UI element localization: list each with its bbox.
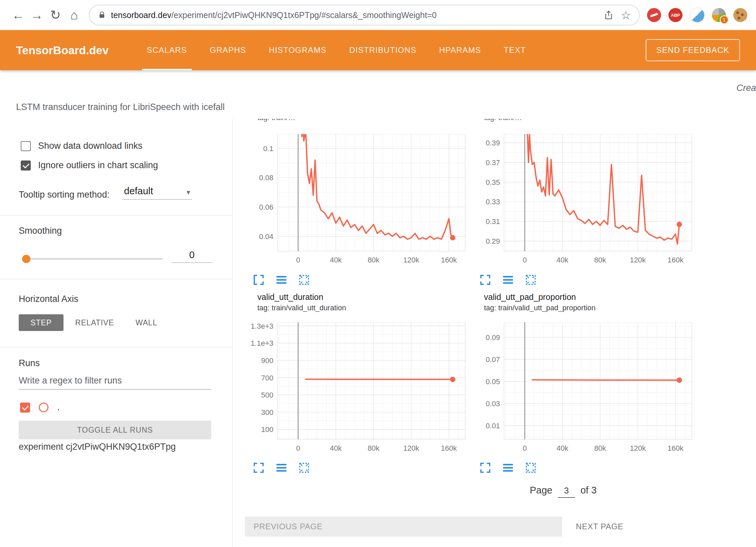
ignore-outliers-label: Ignore outliers in chart scaling bbox=[38, 160, 158, 171]
run-checkbox[interactable] bbox=[20, 403, 30, 413]
svg-text:0.35: 0.35 bbox=[486, 178, 500, 187]
clipped-chart-tag: tag: train/… bbox=[484, 119, 695, 123]
svg-text:1.3e+3: 1.3e+3 bbox=[251, 322, 273, 330]
chart-actions bbox=[478, 268, 695, 281]
smoothing-slider-knob[interactable] bbox=[22, 255, 30, 263]
svg-text:0.31: 0.31 bbox=[486, 217, 500, 226]
chart-tag: tag: train/valid_utt_pad_proportion bbox=[484, 303, 695, 313]
next-page-button[interactable]: NEXT PAGE bbox=[574, 517, 625, 537]
page-of-label: of 3 bbox=[581, 485, 597, 496]
tab-bar: SCALARS GRAPHS HISTOGRAMS DISTRIBUTIONS … bbox=[135, 30, 537, 70]
blue-extension-icon[interactable] bbox=[690, 8, 705, 22]
fit-domain-icon[interactable] bbox=[523, 268, 538, 281]
expand-chart-icon[interactable] bbox=[478, 268, 493, 281]
svg-text:0.1: 0.1 bbox=[263, 144, 273, 153]
fit-domain-icon[interactable] bbox=[297, 456, 311, 469]
tab-histograms[interactable]: HISTOGRAMS bbox=[257, 30, 338, 70]
experiment-id-label: experiment cj2vtPiwQHKN9Q1tx6PTpg bbox=[19, 442, 176, 452]
tooltip-sorting-dropdown[interactable]: default ▼ bbox=[122, 186, 192, 200]
runs-filter-input[interactable] bbox=[19, 375, 211, 390]
svg-text:0.04: 0.04 bbox=[259, 232, 273, 241]
ignore-outliers-row[interactable]: Ignore outliers in chart scaling bbox=[21, 160, 158, 171]
smoothing-label: Smoothing bbox=[19, 226, 62, 236]
axis-relative-button[interactable]: RELATIVE bbox=[70, 314, 119, 331]
svg-text:100: 100 bbox=[261, 425, 273, 434]
svg-text:0.01: 0.01 bbox=[486, 422, 500, 430]
svg-text:0: 0 bbox=[296, 256, 300, 264]
divider bbox=[0, 347, 232, 347]
svg-text:80k: 80k bbox=[594, 444, 606, 452]
scalar-chart-plot[interactable]: 040k80k120k160k1003005007009001.1e+31.3e… bbox=[251, 322, 469, 454]
run-color-ring-icon bbox=[39, 403, 48, 412]
svg-text:120k: 120k bbox=[630, 256, 646, 264]
run-row[interactable]: . bbox=[20, 402, 60, 413]
show-download-links-row[interactable]: Show data download links bbox=[21, 141, 142, 151]
svg-text:0.37: 0.37 bbox=[486, 158, 500, 167]
fit-domain-icon[interactable] bbox=[297, 268, 311, 281]
pie-extension-icon[interactable]: 1 bbox=[712, 8, 726, 22]
ignore-outliers-checkbox[interactable] bbox=[21, 160, 31, 171]
svg-text:300: 300 bbox=[261, 408, 273, 417]
browser-toolbar: ← → ↻ ⌂ tensorboard.dev/experiment/cj2vt… bbox=[0, 0, 756, 30]
expand-chart-icon[interactable] bbox=[478, 456, 493, 469]
home-icon[interactable]: ⌂ bbox=[65, 6, 84, 24]
svg-text:0: 0 bbox=[523, 256, 527, 264]
chart-tag: tag: train/valid_utt_duration bbox=[257, 303, 469, 313]
share-icon[interactable] bbox=[604, 10, 614, 20]
svg-text:80k: 80k bbox=[368, 444, 380, 452]
toggle-log-axis-icon[interactable] bbox=[274, 268, 289, 281]
subheader: Crea LSTM transducer training for LibriS… bbox=[0, 70, 756, 119]
tooltip-sorting-label: Tooltip sorting method: bbox=[19, 190, 110, 200]
tab-text[interactable]: TEXT bbox=[492, 30, 537, 70]
reload-icon[interactable]: ↻ bbox=[46, 6, 65, 24]
extension-badge: 1 bbox=[720, 15, 729, 24]
svg-text:0.08: 0.08 bbox=[259, 174, 273, 182]
chart-actions bbox=[251, 268, 469, 281]
lock-icon bbox=[98, 11, 106, 19]
charts-area: tag: train/… 040k80k120k160k0.040.060.08… bbox=[233, 119, 756, 547]
toggle-all-runs-button[interactable]: TOGGLE ALL RUNS bbox=[19, 421, 211, 439]
svg-text:40k: 40k bbox=[330, 256, 342, 264]
tab-graphs[interactable]: GRAPHS bbox=[199, 30, 258, 70]
toggle-log-axis-icon[interactable] bbox=[501, 268, 515, 281]
svg-text:0.29: 0.29 bbox=[486, 237, 500, 245]
previous-page-button[interactable]: PREVIOUS PAGE bbox=[245, 517, 562, 537]
scalar-chart-plot[interactable]: 040k80k120k160k0.010.030.050.070.09 bbox=[478, 322, 695, 454]
address-bar[interactable]: tensorboard.dev/experiment/cj2vtPiwQHKN9… bbox=[89, 5, 640, 25]
expand-chart-icon[interactable] bbox=[251, 268, 266, 281]
bookmark-star-icon[interactable]: ☆ bbox=[621, 9, 631, 21]
svg-text:160k: 160k bbox=[441, 444, 457, 452]
page-number-input[interactable] bbox=[558, 485, 575, 498]
chart-card: tag: train/… 040k80k120k160k0.290.310.33… bbox=[478, 119, 695, 281]
send-feedback-button[interactable]: SEND FEEDBACK bbox=[646, 39, 740, 61]
svg-text:1.1e+3: 1.1e+3 bbox=[251, 339, 273, 347]
cookie-extension-icon[interactable] bbox=[733, 8, 747, 22]
adblock-extension-icon[interactable] bbox=[647, 8, 661, 22]
tab-hparams[interactable]: HPARAMS bbox=[428, 30, 492, 70]
smoothing-value-input[interactable] bbox=[171, 249, 212, 263]
chart-actions bbox=[478, 456, 695, 469]
svg-text:40k: 40k bbox=[556, 256, 569, 264]
fit-domain-icon[interactable] bbox=[523, 456, 538, 469]
tab-distributions[interactable]: DISTRIBUTIONS bbox=[338, 30, 428, 70]
smoothing-slider-track[interactable] bbox=[26, 258, 162, 259]
tab-scalars[interactable]: SCALARS bbox=[135, 30, 198, 70]
abp-extension-icon[interactable]: ABP bbox=[668, 8, 682, 22]
svg-text:0.06: 0.06 bbox=[259, 203, 273, 211]
scalar-chart-plot[interactable]: 040k80k120k160k0.040.060.080.1 bbox=[251, 134, 469, 266]
forward-icon[interactable]: → bbox=[27, 6, 46, 24]
svg-text:900: 900 bbox=[261, 356, 273, 365]
tensorboard-logo[interactable]: TensorBoard.dev bbox=[16, 44, 109, 57]
chart-title: valid_utt_duration bbox=[257, 292, 469, 302]
chart-card: tag: train/… 040k80k120k160k0.040.060.08… bbox=[251, 119, 469, 281]
axis-wall-button[interactable]: WALL bbox=[128, 314, 165, 331]
back-icon[interactable]: ← bbox=[9, 6, 27, 24]
show-download-links-checkbox[interactable] bbox=[21, 141, 31, 151]
svg-text:160k: 160k bbox=[441, 256, 457, 264]
expand-chart-icon[interactable] bbox=[251, 456, 266, 469]
toggle-log-axis-icon[interactable] bbox=[274, 456, 289, 469]
created-text-fragment: Crea bbox=[736, 83, 756, 93]
scalar-chart-plot[interactable]: 040k80k120k160k0.290.310.330.350.370.39 bbox=[478, 134, 695, 266]
toggle-log-axis-icon[interactable] bbox=[501, 456, 515, 469]
axis-step-button[interactable]: STEP bbox=[19, 314, 64, 331]
